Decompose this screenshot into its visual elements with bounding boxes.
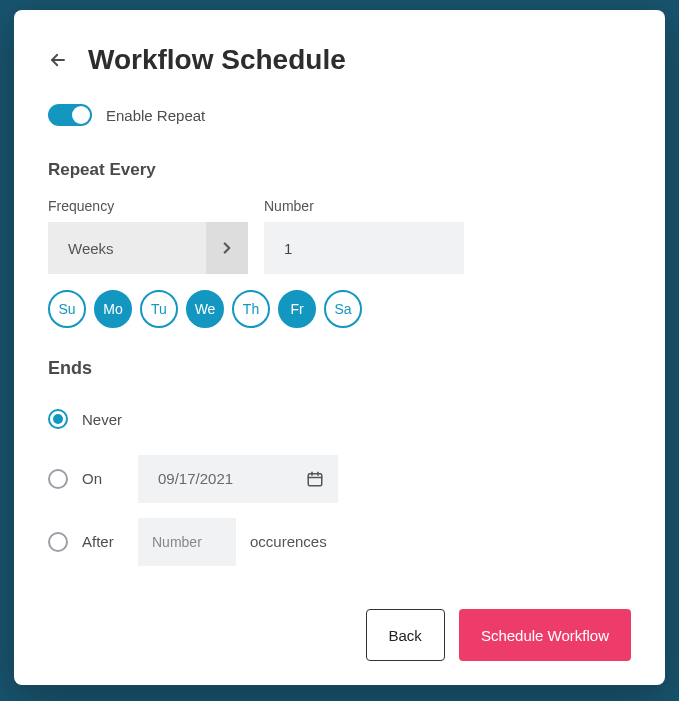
schedule-workflow-label: Schedule Workflow — [481, 627, 609, 644]
end-date-value: 09/17/2021 — [158, 470, 233, 487]
modal-header: Workflow Schedule — [48, 44, 631, 76]
ends-never-radio[interactable] — [48, 409, 68, 429]
day-fr[interactable]: Fr — [278, 290, 316, 328]
day-label: Sa — [334, 301, 351, 317]
chevron-right-icon — [206, 222, 248, 274]
ends-after-label: After — [82, 533, 124, 550]
calendar-icon — [306, 470, 324, 488]
enable-repeat-label: Enable Repeat — [106, 107, 205, 124]
back-button-label: Back — [389, 627, 422, 644]
day-we[interactable]: We — [186, 290, 224, 328]
day-label: Th — [243, 301, 259, 317]
frequency-field: Frequency Weeks — [48, 198, 248, 274]
day-label: Mo — [103, 301, 122, 317]
toggle-knob — [72, 106, 90, 124]
enable-repeat-row: Enable Repeat — [48, 104, 631, 126]
end-date-input[interactable]: 09/17/2021 — [138, 455, 338, 503]
ends-heading: Ends — [48, 358, 631, 379]
back-arrow-icon[interactable] — [48, 50, 68, 70]
occurrences-input[interactable] — [138, 518, 236, 566]
ends-after-row: After occurences — [48, 526, 631, 557]
ends-on-row: On 09/17/2021 — [48, 463, 631, 494]
number-label: Number — [264, 198, 464, 214]
ends-never-row: Never — [48, 407, 631, 431]
ends-after-radio[interactable] — [48, 532, 68, 552]
schedule-workflow-button[interactable]: Schedule Workflow — [459, 609, 631, 661]
frequency-select[interactable]: Weeks — [48, 222, 248, 274]
ends-on-label: On — [82, 470, 124, 487]
day-su[interactable]: Su — [48, 290, 86, 328]
svg-rect-1 — [308, 473, 322, 485]
workflow-schedule-modal: Workflow Schedule Enable Repeat Repeat E… — [14, 10, 665, 685]
day-label: We — [195, 301, 216, 317]
occurrences-suffix: occurences — [250, 533, 327, 550]
repeat-every-heading: Repeat Every — [48, 160, 631, 180]
frequency-value: Weeks — [68, 240, 114, 257]
weekday-selector: Su Mo Tu We Th Fr Sa — [48, 290, 631, 328]
back-button[interactable]: Back — [366, 609, 445, 661]
day-sa[interactable]: Sa — [324, 290, 362, 328]
frequency-label: Frequency — [48, 198, 248, 214]
ends-never-label: Never — [82, 411, 124, 428]
day-label: Su — [58, 301, 75, 317]
repeat-inputs-row: Frequency Weeks Number — [48, 198, 631, 274]
day-mo[interactable]: Mo — [94, 290, 132, 328]
day-tu[interactable]: Tu — [140, 290, 178, 328]
ends-on-radio[interactable] — [48, 469, 68, 489]
number-input[interactable] — [264, 222, 464, 274]
day-label: Fr — [290, 301, 303, 317]
modal-footer: Back Schedule Workflow — [48, 589, 631, 661]
modal-title: Workflow Schedule — [88, 44, 346, 76]
number-field: Number — [264, 198, 464, 274]
day-label: Tu — [151, 301, 167, 317]
day-th[interactable]: Th — [232, 290, 270, 328]
enable-repeat-toggle[interactable] — [48, 104, 92, 126]
